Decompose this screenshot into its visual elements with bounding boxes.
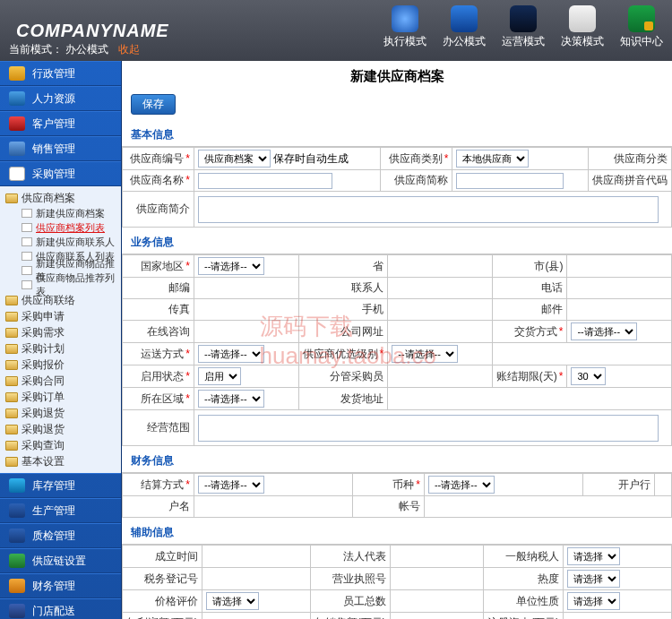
heat-select[interactable]: 请选择 (567, 570, 620, 588)
nav-knowledge[interactable]: 知识中心 (620, 5, 663, 49)
section-fin: 财务信息 (122, 450, 672, 473)
customer-icon (9, 116, 25, 131)
folder-icon (5, 392, 18, 402)
main-content: 源码下载 huamay.taoba.co 新建供应商档案 保存 基本信息 供应商… (122, 61, 672, 619)
sidebar-item-delivery[interactable]: 门店配送 (0, 598, 121, 619)
sidebar-item-purchase[interactable]: 采购管理 (0, 161, 121, 186)
toolbar: 保存 (122, 92, 672, 120)
basic-form: 供应商编号* 供应商档案 保存时自动生成 供应商类别* 本地供应商 供应商分类 … (122, 147, 672, 228)
status-bar: 当前模式： 办公模式 收起 (0, 39, 149, 61)
supply-icon (9, 554, 25, 568)
sidebar-item-production[interactable]: 生产管理 (0, 498, 121, 523)
sidebar-item-supply[interactable]: 供应链设置 (0, 548, 121, 573)
settle-select[interactable]: --请选择-- (198, 476, 264, 494)
tree-group[interactable]: 采购报价 (4, 357, 121, 373)
folder-icon (5, 193, 18, 203)
tree-leaf-active[interactable]: 供应商档案列表 (4, 220, 121, 235)
note-icon (569, 5, 596, 32)
sidebar-item-hr[interactable]: 人力资源 (0, 86, 121, 111)
folder-icon (5, 360, 18, 370)
nav-exec-mode[interactable]: 执行模式 (383, 5, 426, 49)
supplier-name-input[interactable] (198, 173, 332, 189)
folder-icon (5, 441, 18, 451)
fin-form: 结算方式*--请选择--币种*--请选择--开户行 户名帐号 (122, 473, 672, 518)
sales-icon (9, 142, 25, 156)
priority-select[interactable]: --请选择-- (392, 345, 458, 363)
supplier-short-input[interactable] (456, 173, 564, 189)
tree-group[interactable]: 采购申请 (4, 308, 121, 324)
header: COMPANYNAME 执行模式 办公模式 运营模式 决策模式 知识中心 当前模… (0, 0, 672, 61)
section-aux: 辅助信息 (122, 521, 672, 545)
production-icon (9, 503, 25, 518)
folder-icon (5, 312, 18, 322)
folder-icon (5, 376, 18, 386)
folder-icon (5, 328, 18, 338)
region-select[interactable]: --请选择-- (198, 390, 264, 408)
inventory-icon (9, 478, 25, 493)
save-button[interactable]: 保存 (131, 94, 176, 115)
hr-icon (9, 91, 25, 106)
supplier-archive-select[interactable]: 供应商档案 (198, 150, 271, 168)
delivery-icon (9, 604, 25, 618)
sidebar-tree: 供应商档案 新建供应商档案 供应商档案列表 新建供应商联系人 供应商联系人列表 … (0, 186, 121, 473)
credit-days-select[interactable]: 30 (571, 367, 606, 385)
qc-icon (9, 529, 25, 543)
clock-icon (392, 5, 418, 32)
sidebar-item-customer[interactable]: 客户管理 (0, 111, 121, 136)
sidebar-item-inventory[interactable]: 库存管理 (0, 473, 121, 498)
finance-icon (9, 579, 25, 593)
top-nav: 执行模式 办公模式 运营模式 决策模式 知识中心 (383, 5, 663, 49)
cube-icon (628, 5, 655, 32)
folder-icon (5, 425, 18, 434)
tree-group[interactable]: 采购需求 (4, 324, 121, 340)
tree-group-supplier[interactable]: 供应商档案 (4, 190, 121, 206)
sidebar: 行政管理 人力资源 客户管理 销售管理 采购管理 供应商档案 新建供应商档案 供… (0, 61, 122, 619)
currency-select[interactable]: --请选择-- (428, 476, 495, 494)
supplier-type-select[interactable]: 本地供应商 (456, 150, 529, 168)
tree-leaf[interactable]: 新建供应商档案 (4, 206, 121, 220)
folder-icon (5, 457, 18, 467)
tree-group[interactable]: 采购订单 (4, 389, 121, 405)
tree-group[interactable]: 采购查询 (4, 437, 121, 453)
section-basic: 基本信息 (122, 124, 672, 147)
taxpayer-select[interactable]: 请选择 (567, 547, 620, 565)
country-select[interactable]: --请选择-- (198, 257, 264, 275)
supplier-intro-input[interactable] (198, 196, 659, 223)
enable-select[interactable]: 启用 (198, 367, 241, 385)
tree-group[interactable]: 采购计划 (4, 340, 121, 357)
sidebar-item-finance[interactable]: 财务管理 (0, 573, 121, 598)
biz-scope-input[interactable] (198, 415, 659, 442)
admin-icon (9, 66, 25, 81)
aux-form: 成立时间法人代表一般纳税人请选择 税务登记号营业执照号热度请选择 价格评价请选择… (122, 545, 672, 619)
tree-group[interactable]: 采购退货 (4, 405, 121, 421)
nav-ops-mode[interactable]: 运营模式 (502, 5, 545, 49)
book-icon (451, 5, 478, 32)
tree-group[interactable]: 采购退货 (4, 421, 121, 437)
collapse-link[interactable]: 收起 (118, 43, 140, 56)
ship-way-select[interactable]: --请选择-- (198, 345, 264, 363)
nav-decision-mode[interactable]: 决策模式 (561, 5, 604, 49)
biz-form: 国家地区* --请选择-- 省 市(县) 邮编联系人电话 传真手机邮件 在线咨询… (122, 254, 672, 446)
tree-group[interactable]: 基本设置 (4, 453, 121, 469)
purchase-icon (9, 167, 25, 181)
trade-way-select[interactable]: --请选择-- (571, 322, 637, 340)
tree-leaf[interactable]: 新建供应商联系人 (4, 235, 121, 249)
tree-group[interactable]: 采购合同 (4, 373, 121, 389)
sidebar-item-admin[interactable]: 行政管理 (0, 61, 121, 86)
folder-icon (5, 408, 18, 418)
unit-nature-select[interactable]: 请选择 (567, 592, 620, 610)
page-title: 新建供应商档案 (122, 61, 672, 92)
folder-icon (5, 344, 18, 354)
tree-leaf[interactable]: 供应商物品推荐列表 (4, 278, 121, 292)
sidebar-item-sales[interactable]: 销售管理 (0, 136, 121, 161)
price-eval-select[interactable]: 请选择 (206, 592, 259, 610)
nav-office-mode[interactable]: 办公模式 (443, 5, 486, 49)
sidebar-item-qc[interactable]: 质检管理 (0, 523, 121, 548)
section-biz: 业务信息 (122, 231, 672, 254)
folder-icon (5, 296, 18, 305)
box-icon (510, 5, 537, 32)
